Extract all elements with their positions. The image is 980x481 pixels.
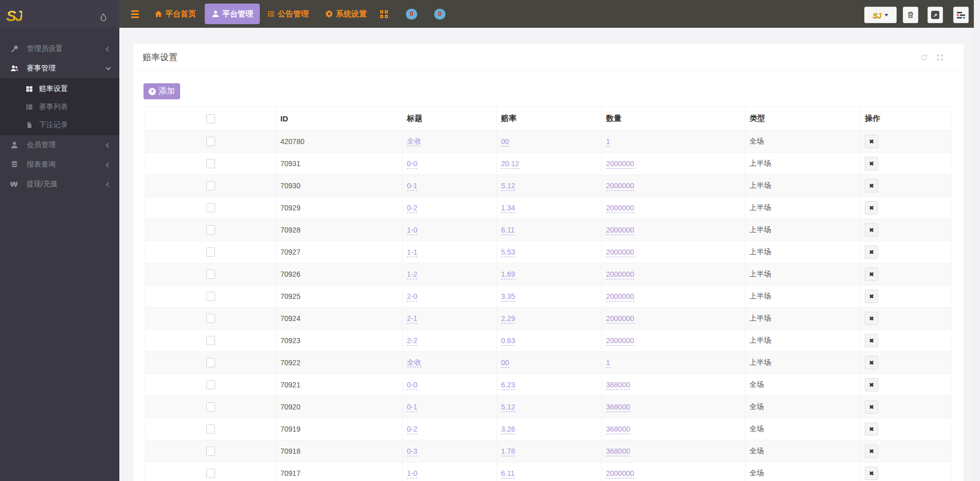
title-link[interactable]: 0-2 <box>407 204 417 213</box>
title-link[interactable]: 0-0 <box>407 159 417 169</box>
delete-button[interactable]: ✖ <box>865 444 878 458</box>
amount-link[interactable]: 368000 <box>606 403 630 412</box>
delete-button[interactable]: ✖ <box>865 334 878 347</box>
odds-link[interactable]: 00 <box>501 359 509 368</box>
delete-button[interactable]: ✖ <box>865 312 878 325</box>
title-link[interactable]: 2-1 <box>407 314 417 324</box>
odds-link[interactable]: 2.29 <box>501 314 515 324</box>
row-checkbox[interactable] <box>206 447 215 456</box>
title-link[interactable]: 全收 <box>407 137 421 146</box>
row-checkbox[interactable] <box>206 292 215 301</box>
row-checkbox[interactable] <box>206 402 215 412</box>
title-link[interactable]: 1-0 <box>407 469 417 478</box>
odds-link[interactable]: 6.11 <box>501 226 514 235</box>
title-link[interactable]: 全收 <box>407 358 421 367</box>
delete-button[interactable]: ✖ <box>865 467 878 480</box>
amount-link[interactable]: 2000000 <box>606 314 634 324</box>
expand-icon[interactable] <box>936 54 944 61</box>
sidebar-item-2[interactable]: 赛事管理 <box>0 59 119 78</box>
grid-apps-icon[interactable] <box>380 10 388 18</box>
amount-link[interactable]: 2000000 <box>606 292 634 301</box>
odds-link[interactable]: 0.63 <box>501 336 515 346</box>
title-link[interactable]: 1-0 <box>407 226 417 235</box>
external-link-button[interactable]: ↗ <box>928 7 943 23</box>
row-checkbox[interactable] <box>206 424 215 434</box>
nav-item-4[interactable]: 系统设置 <box>325 9 367 19</box>
amount-link[interactable]: 368000 <box>606 447 630 456</box>
nav-item-1[interactable]: 平台首页 <box>154 9 196 19</box>
sidebar-subitem-1[interactable]: 赔率设置 <box>0 80 119 98</box>
notification-badge-1[interactable]: 0 <box>406 9 417 20</box>
select-all-checkbox[interactable] <box>206 114 215 123</box>
refresh-icon[interactable] <box>920 54 928 61</box>
odds-link[interactable]: 1.69 <box>501 270 515 279</box>
amount-link[interactable]: 2000000 <box>606 336 634 346</box>
amount-link[interactable]: 2000000 <box>606 159 634 169</box>
odds-link[interactable]: 6.23 <box>501 381 515 390</box>
delete-button[interactable]: ✖ <box>865 223 878 237</box>
amount-link[interactable]: 1 <box>606 137 610 147</box>
delete-button[interactable]: ✖ <box>865 179 878 192</box>
odds-link[interactable]: 6.11 <box>501 469 514 478</box>
amount-link[interactable]: 2000000 <box>606 270 634 279</box>
amount-link[interactable]: 2000000 <box>606 248 634 257</box>
add-button[interactable]: + 添加 <box>144 83 180 99</box>
title-link[interactable]: 2-2 <box>407 336 417 346</box>
row-checkbox[interactable] <box>206 358 215 367</box>
odds-link[interactable]: 5.12 <box>501 403 515 412</box>
amount-link[interactable]: 2000000 <box>606 182 634 191</box>
row-checkbox[interactable] <box>206 380 215 389</box>
odds-link[interactable]: 1.78 <box>501 447 515 456</box>
amount-link[interactable]: 2000000 <box>606 469 634 478</box>
title-link[interactable]: 0-1 <box>407 182 417 191</box>
odds-link[interactable]: 5.12 <box>501 182 515 191</box>
row-checkbox[interactable] <box>206 469 215 478</box>
user-menu-button[interactable]: SJ <box>864 7 897 23</box>
delete-button[interactable]: ✖ <box>865 245 878 259</box>
control-sidebar-button[interactable] <box>953 7 969 23</box>
page-scrollbar[interactable] <box>974 0 980 481</box>
delete-button[interactable]: ✖ <box>865 135 878 148</box>
delete-button[interactable]: ✖ <box>865 400 878 414</box>
notification-badge-2[interactable]: 0 <box>434 9 446 20</box>
title-link[interactable]: 2-0 <box>407 292 417 301</box>
amount-link[interactable]: 1 <box>606 359 610 368</box>
delete-button[interactable]: ✖ <box>865 268 878 281</box>
row-checkbox[interactable] <box>206 270 215 279</box>
hamburger-icon[interactable] <box>131 10 139 18</box>
sidebar-item-3[interactable]: 会员管理 <box>0 135 119 155</box>
trash-button[interactable] <box>903 7 918 23</box>
odds-link[interactable]: 00 <box>501 137 509 147</box>
title-link[interactable]: 0-3 <box>407 447 417 456</box>
odds-link[interactable]: 5.53 <box>501 248 515 257</box>
row-checkbox[interactable] <box>206 181 215 190</box>
title-link[interactable]: 0-2 <box>407 425 417 434</box>
row-checkbox[interactable] <box>206 247 215 257</box>
title-link[interactable]: 0-1 <box>407 403 417 412</box>
odds-link[interactable]: 3.26 <box>501 425 515 434</box>
row-checkbox[interactable] <box>206 203 215 212</box>
delete-button[interactable]: ✖ <box>865 378 878 391</box>
amount-link[interactable]: 2000000 <box>606 204 634 213</box>
amount-link[interactable]: 368000 <box>606 381 630 390</box>
row-checkbox[interactable] <box>206 225 215 235</box>
delete-button[interactable]: ✖ <box>865 422 878 436</box>
sidebar-item-4[interactable]: 报表查询 <box>0 155 119 174</box>
sidebar-item-1[interactable]: 管理员设置 <box>0 39 119 59</box>
sidebar-subitem-3[interactable]: 下注记录 <box>0 116 119 134</box>
delete-button[interactable]: ✖ <box>865 201 878 215</box>
amount-link[interactable]: 2000000 <box>606 226 634 235</box>
nav-item-2[interactable]: 平台管理 <box>205 4 260 24</box>
title-link[interactable]: 1-1 <box>407 248 417 257</box>
amount-link[interactable]: 368000 <box>606 425 630 434</box>
row-checkbox[interactable] <box>206 137 215 146</box>
row-checkbox[interactable] <box>206 159 215 168</box>
sidebar-item-5[interactable]: ₩提现/充值 <box>0 174 119 194</box>
row-checkbox[interactable] <box>206 314 215 323</box>
title-link[interactable]: 1-2 <box>407 270 417 279</box>
odds-link[interactable]: 20.12 <box>501 159 519 169</box>
delete-button[interactable]: ✖ <box>865 290 878 303</box>
title-link[interactable]: 0-0 <box>407 381 417 390</box>
odds-link[interactable]: 1.34 <box>501 204 515 213</box>
sidebar-subitem-2[interactable]: 赛事列表 <box>0 98 119 116</box>
